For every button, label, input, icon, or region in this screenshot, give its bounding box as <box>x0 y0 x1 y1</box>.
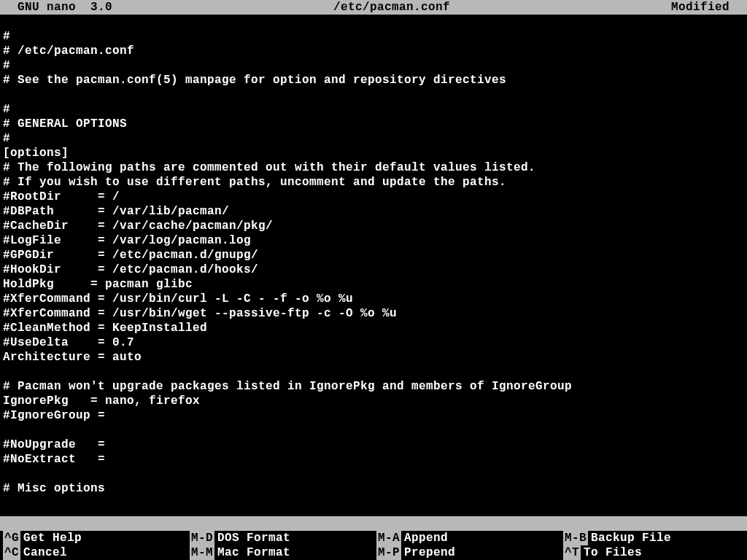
editor-line: #HookDir = /etc/pacman.d/hooks/ <box>3 262 744 277</box>
editor-line <box>3 467 744 481</box>
editor-area[interactable]: ## /etc/pacman.conf## See the pacman.con… <box>0 15 747 516</box>
editor-line <box>3 88 744 102</box>
editor-line: # See the pacman.conf(5) manpage for opt… <box>3 73 744 88</box>
editor-line: # Pacman won't upgrade packages listed i… <box>3 379 744 394</box>
editor-line <box>3 15 744 29</box>
editor-line <box>3 365 744 379</box>
shortcut-key: ^T <box>563 545 581 560</box>
editor-line: # <box>3 29 744 44</box>
title-bar: GNU nano 3.0 /etc/pacman.conf Modified <box>0 0 747 15</box>
shortcut-key: M-B <box>563 531 588 545</box>
shortcut-label: Prepend <box>401 545 455 560</box>
editor-line: Architecture = auto <box>3 350 744 365</box>
editor-line: #LogFile = /var/log/pacman.log <box>3 233 744 248</box>
shortcut-label: Append <box>401 531 448 545</box>
editor-line: # <box>3 102 744 117</box>
file-path: /etc/pacman.conf <box>112 0 671 15</box>
editor-line: #RootDir = / <box>3 190 744 204</box>
editor-line: #DBPath = /var/lib/pacman/ <box>3 204 744 219</box>
editor-line: #IgnoreGroup = <box>3 408 744 423</box>
editor-line: #NoExtract = <box>3 452 744 467</box>
editor-line: HoldPkg = pacman glibc <box>3 277 744 292</box>
shortcut-item[interactable]: M-DDOS Format <box>190 531 376 545</box>
shortcut-label: Get Help <box>20 531 82 545</box>
editor-line: # Misc options <box>3 481 744 496</box>
editor-line: #XferCommand = /usr/bin/curl -L -C - -f … <box>3 292 744 306</box>
editor-line: # <box>3 58 744 73</box>
editor-line: #UseDelta = 0.7 <box>3 335 744 350</box>
shortcut-item[interactable]: M-AAppend <box>376 531 563 545</box>
editor-line: # /etc/pacman.conf <box>3 44 744 58</box>
modified-indicator: Modified <box>671 0 744 15</box>
shortcut-item[interactable]: M-BBackup File <box>563 531 747 545</box>
app-name: GNU nano 3.0 <box>3 0 112 15</box>
shortcut-item[interactable]: M-MMac Format <box>190 545 376 560</box>
shortcut-label: Backup File <box>588 531 671 545</box>
editor-line: #NoUpgrade = <box>3 438 744 452</box>
shortcut-row-1: ^GGet HelpM-DDOS FormatM-AAppendM-BBacku… <box>3 531 744 545</box>
editor-line: # The following paths are commented out … <box>3 160 744 175</box>
editor-line: #CleanMethod = KeepInstalled <box>3 321 744 335</box>
shortcut-key: M-A <box>376 531 401 545</box>
shortcut-item[interactable]: ^GGet Help <box>3 531 190 545</box>
shortcut-key: ^C <box>3 545 20 560</box>
shortcut-key: ^G <box>3 531 20 545</box>
shortcut-item[interactable]: M-PPrepend <box>376 545 563 560</box>
shortcut-key: M-P <box>376 545 401 560</box>
shortcut-row-2: ^CCancelM-MMac FormatM-PPrepend^TTo File… <box>3 545 744 560</box>
shortcut-label: To Files <box>581 545 642 560</box>
shortcut-key: M-D <box>190 531 214 545</box>
shortcut-label: DOS Format <box>214 531 290 545</box>
editor-line: #XferCommand = /usr/bin/wget --passive-f… <box>3 306 744 321</box>
shortcut-label: Cancel <box>20 545 67 560</box>
editor-line: # GENERAL OPTIONS <box>3 117 744 131</box>
editor-line: #CacheDir = /var/cache/pacman/pkg/ <box>3 219 744 233</box>
editor-line: # <box>3 131 744 146</box>
editor-line: [options] <box>3 146 744 160</box>
shortcut-key: M-M <box>190 545 214 560</box>
shortcut-bar: ^GGet HelpM-DDOS FormatM-AAppendM-BBacku… <box>0 531 747 560</box>
shortcut-label: Mac Format <box>214 545 290 560</box>
editor-line: # If you wish to use different paths, un… <box>3 175 744 190</box>
shortcut-item[interactable]: ^TTo Files <box>563 545 747 560</box>
shortcut-item[interactable]: ^CCancel <box>3 545 190 560</box>
filename-prompt-bar: File Name to Write: /etc/pacman.conf <box>0 516 747 531</box>
editor-line <box>3 423 744 438</box>
editor-line: IgnorePkg = nano, firefox <box>3 394 744 408</box>
editor-line: #GPGDir = /etc/pacman.d/gnupg/ <box>3 248 744 262</box>
